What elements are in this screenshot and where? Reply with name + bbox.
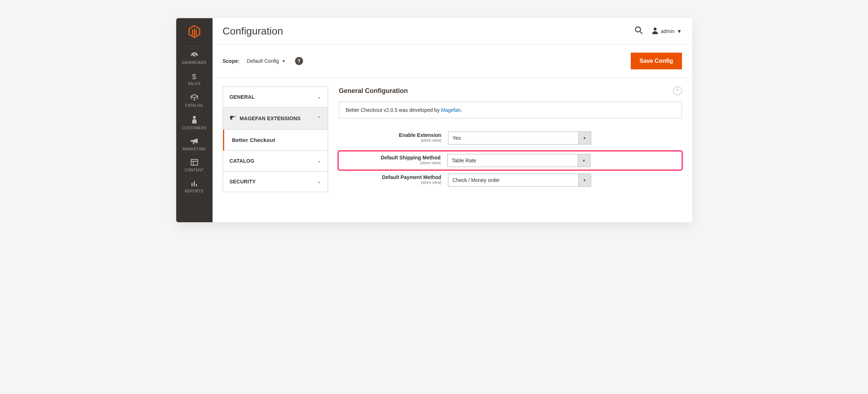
gauge-icon xyxy=(176,52,213,59)
page-title: Configuration xyxy=(223,25,283,37)
dollar-icon: $ xyxy=(176,73,213,80)
sidebar-label: CONTENT xyxy=(176,168,213,172)
user-name: admin xyxy=(661,28,675,34)
help-icon[interactable]: ? xyxy=(295,57,303,65)
tab-security[interactable]: SECURITY ⌄ xyxy=(223,171,328,192)
main: Configuration admin ▼ Scope: Default Co xyxy=(213,18,692,222)
caret-down-icon: ▼ xyxy=(282,59,286,63)
sidebar-item-content[interactable]: CONTENT xyxy=(176,155,213,176)
person-icon xyxy=(176,115,213,125)
toolbar: Scope: Default Config ▼ ? Save Config xyxy=(213,44,692,78)
svg-rect-4 xyxy=(191,183,193,186)
tab-magefan-extensions[interactable]: MAGEFAN EXTENSIONS ⌃ xyxy=(223,107,328,130)
bars-icon xyxy=(176,180,213,188)
chevron-down-icon: ⌄ xyxy=(317,179,321,184)
chevron-up-icon: ⌃ xyxy=(317,116,321,121)
field-label: Default Payment Method xyxy=(339,174,441,180)
sidebar-label: CUSTOMERS xyxy=(176,126,213,130)
tab-better-checkout[interactable]: Better Checkout xyxy=(223,130,328,151)
user-icon xyxy=(651,27,659,36)
field-enable-extension: Enable Extension [store view] Yes ▼ xyxy=(339,131,682,145)
sidebar-label: DASHBOARD xyxy=(176,61,213,65)
svg-line-8 xyxy=(640,32,642,34)
svg-rect-6 xyxy=(196,184,197,186)
sidebar-item-catalog[interactable]: CATALOG xyxy=(176,90,213,112)
extension-info: Better Checkout v2.0.5 was developed by … xyxy=(339,102,682,118)
box-icon xyxy=(176,94,213,102)
layout-icon xyxy=(176,159,213,167)
section-title: General Configuration xyxy=(339,87,408,95)
search-icon[interactable] xyxy=(635,26,643,36)
titlebar: Configuration admin ▼ xyxy=(213,18,692,44)
sidebar-label: MARKETING xyxy=(176,147,213,151)
magefan-link[interactable]: Magefan xyxy=(441,107,461,113)
field-label: Default Shipping Method xyxy=(338,155,441,161)
field-default-payment-method: Default Payment Method [store view] Chec… xyxy=(339,174,682,187)
caret-down-icon: ▼ xyxy=(578,132,591,144)
sidebar: DASHBOARD $ SALES CATALOG CUSTOMERS MARK… xyxy=(176,18,213,222)
scope-label: Scope: xyxy=(223,58,240,64)
collapse-section-button[interactable]: ⌃ xyxy=(673,86,682,95)
sidebar-label: SALES xyxy=(176,82,213,86)
chevron-down-icon: ⌄ xyxy=(317,94,321,99)
svg-rect-1 xyxy=(191,159,198,165)
elephant-icon xyxy=(230,115,237,122)
default-payment-method-select[interactable]: Check / Money order ▼ xyxy=(448,174,591,187)
scope-value[interactable]: Default Config ▼ xyxy=(247,58,286,64)
caret-down-icon: ▼ xyxy=(677,28,682,34)
svg-point-0 xyxy=(193,116,196,119)
section-header: General Configuration ⌃ xyxy=(339,86,682,95)
sidebar-label: CATALOG xyxy=(176,103,213,107)
config-tabs: GENERAL ⌄ MAGEFAN EXTENSIONS ⌃ Better Ch… xyxy=(223,86,328,192)
tab-general[interactable]: GENERAL ⌄ xyxy=(223,87,328,107)
save-config-button[interactable]: Save Config xyxy=(631,53,682,69)
sidebar-item-dashboard[interactable]: DASHBOARD xyxy=(176,48,213,69)
user-menu[interactable]: admin ▼ xyxy=(651,27,682,36)
sidebar-item-sales[interactable]: $ SALES xyxy=(176,69,213,90)
svg-rect-5 xyxy=(194,181,195,186)
svg-point-9 xyxy=(654,28,657,31)
scope-selector: Scope: Default Config ▼ ? xyxy=(223,57,303,65)
field-default-shipping-method: Default Shipping Method [store view] Tab… xyxy=(338,151,682,170)
sidebar-item-reports[interactable]: REPORTS xyxy=(176,176,213,198)
field-scope: [store view] xyxy=(339,180,441,184)
config-content: General Configuration ⌃ Better Checkout … xyxy=(339,86,682,222)
title-actions: admin ▼ xyxy=(635,26,682,36)
caret-down-icon: ▼ xyxy=(578,174,591,186)
sidebar-label: REPORTS xyxy=(176,189,213,193)
app-window: DASHBOARD $ SALES CATALOG CUSTOMERS MARK… xyxy=(176,18,692,222)
sidebar-item-marketing[interactable]: MARKETING xyxy=(176,134,213,155)
config-body: GENERAL ⌄ MAGEFAN EXTENSIONS ⌃ Better Ch… xyxy=(213,78,692,222)
megaphone-icon xyxy=(176,138,213,146)
enable-extension-select[interactable]: Yes ▼ xyxy=(448,131,591,145)
caret-down-icon: ▼ xyxy=(578,154,590,167)
sidebar-item-customers[interactable]: CUSTOMERS xyxy=(176,112,213,134)
magento-logo-icon[interactable] xyxy=(188,23,201,42)
chevron-down-icon: ⌄ xyxy=(317,158,321,163)
field-scope: [store view] xyxy=(338,161,441,165)
field-label: Enable Extension xyxy=(339,132,441,138)
tab-catalog[interactable]: CATALOG ⌄ xyxy=(223,151,328,171)
field-scope: [store view] xyxy=(339,138,441,142)
svg-point-7 xyxy=(635,27,641,32)
default-shipping-method-select[interactable]: Table Rate ▼ xyxy=(447,154,590,167)
